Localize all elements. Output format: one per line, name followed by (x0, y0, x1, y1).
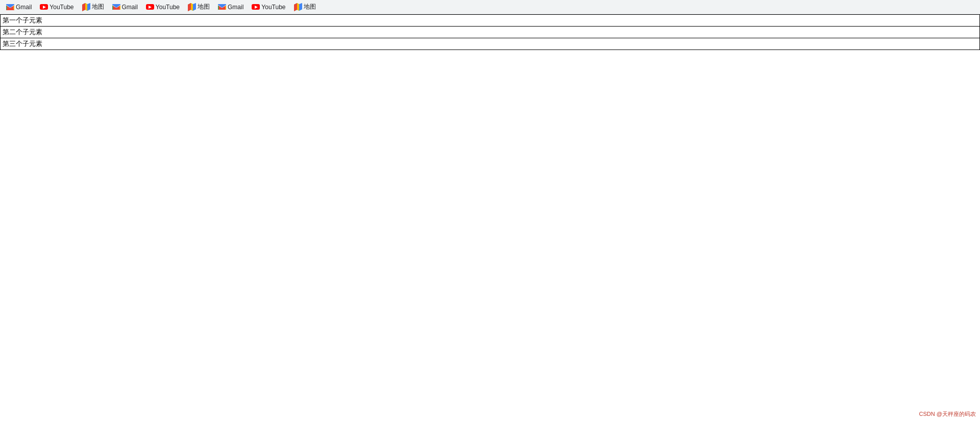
bookmark-gmail-1[interactable]: Gmail (3, 2, 35, 12)
bookmark-maps-2-label: 地图 (198, 3, 210, 11)
watermark: CSDN @天秤座的码农 (919, 410, 976, 418)
youtube-icon-2 (146, 3, 154, 11)
youtube-icon-1 (40, 3, 48, 11)
bookmark-youtube-1[interactable]: YouTube (37, 2, 77, 12)
bookmark-maps-2[interactable]: 地图 (185, 2, 213, 12)
bookmark-gmail-3[interactable]: Gmail (215, 2, 247, 12)
maps-icon-2 (188, 3, 196, 11)
list-item-3-text: 第三个子元素 (3, 40, 42, 47)
bookmark-gmail-2[interactable]: Gmail (109, 2, 141, 12)
bookmark-maps-3-label: 地图 (304, 3, 316, 11)
bookmark-gmail-2-label: Gmail (122, 4, 138, 11)
bookmarks-bar: Gmail YouTube 地图 (0, 0, 980, 14)
list-item-1: 第一个子元素 (1, 15, 979, 27)
gmail-icon-2 (112, 3, 120, 11)
list-item-2: 第二个子元素 (1, 27, 979, 38)
main-content: 第一个子元素 第二个子元素 第三个子元素 (0, 14, 980, 50)
bookmark-maps-1-label: 地图 (92, 3, 104, 11)
maps-icon-1 (82, 3, 90, 11)
bookmark-maps-3[interactable]: 地图 (291, 2, 319, 12)
youtube-icon-3 (252, 3, 260, 11)
bookmark-gmail-3-label: Gmail (228, 4, 243, 11)
gmail-icon-3 (218, 3, 226, 11)
bookmark-youtube-3-label: YouTube (261, 4, 285, 11)
bookmark-gmail-1-label: Gmail (16, 4, 32, 11)
bookmark-youtube-3[interactable]: YouTube (249, 2, 288, 12)
bookmark-youtube-2-label: YouTube (156, 4, 180, 11)
list-item-1-text: 第一个子元素 (3, 16, 42, 24)
maps-icon-3 (294, 3, 302, 11)
bookmark-youtube-1-label: YouTube (50, 4, 74, 11)
list-item-3: 第三个子元素 (1, 38, 979, 49)
list-item-2-text: 第二个子元素 (3, 28, 42, 36)
bookmark-maps-1[interactable]: 地图 (79, 2, 107, 12)
gmail-icon (6, 3, 14, 11)
bookmark-youtube-2[interactable]: YouTube (143, 2, 183, 12)
